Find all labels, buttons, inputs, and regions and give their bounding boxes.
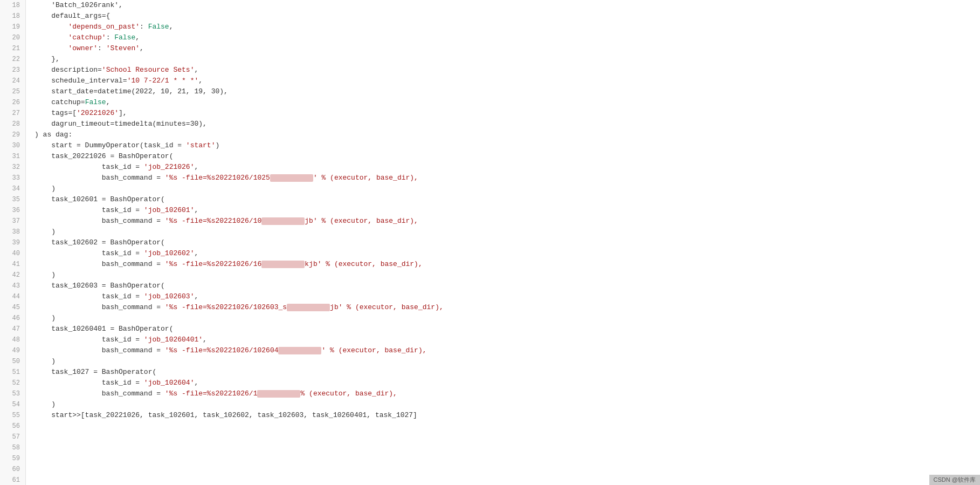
code-line: bash_command = '%s -file=%s20221026/1RED…: [34, 388, 980, 399]
redacted-text: REDACTED: [261, 261, 305, 268]
code-line: task_102601 = BashOperator(: [34, 194, 980, 205]
code-token: ): [34, 356, 56, 367]
code-token: ' % (executor, base_dir),: [313, 173, 418, 183]
code-token: task_id =: [34, 378, 144, 388]
code-token: ,: [194, 378, 198, 388]
code-line: catchup=False,: [34, 97, 980, 108]
line-number: 57: [5, 432, 20, 442]
code-token: jb' % (executor, base_dir),: [330, 302, 444, 313]
line-number: 25: [5, 86, 20, 97]
code-token: ,: [194, 248, 198, 259]
code-token: bash_command =: [34, 345, 165, 356]
code-line: description='School Resource Sets',: [34, 65, 980, 76]
code-token: % (executor, base_dir),: [300, 388, 397, 399]
code-token: schedule_interval=: [34, 76, 127, 86]
line-number: 29: [5, 129, 20, 140]
line-number: 30: [5, 140, 20, 151]
line-number: 18: [5, 11, 20, 22]
code-token: 'School Resource Sets': [102, 65, 195, 76]
code-token: bash_command =: [34, 388, 165, 399]
code-line: task_id = 'job_102602',: [34, 248, 980, 259]
code-token: task_id =: [34, 291, 144, 302]
line-number: 54: [5, 399, 20, 410]
line-number: 46: [5, 313, 20, 324]
code-line: task_id = 'job_102604',: [34, 378, 980, 388]
code-editor: 1818192021222324252627282930313233343536…: [0, 0, 980, 485]
code-line: ): [34, 270, 980, 281]
code-token: 'catchup': [68, 32, 106, 43]
line-number: 49: [5, 345, 20, 356]
code-token: ],: [119, 108, 127, 119]
code-token: 'job_102601': [144, 205, 195, 216]
code-token: [34, 22, 68, 32]
code-token: task_id =: [34, 334, 144, 345]
line-number: 44: [5, 291, 20, 302]
code-token: catchup=: [34, 97, 85, 108]
code-line: schedule_interval='10 7-22/1 * * *',: [34, 76, 980, 86]
redacted-text: REDACTED: [257, 390, 300, 398]
code-token: task_102603 = BashOperator(: [34, 281, 165, 291]
code-token: '20221026': [77, 108, 119, 119]
code-token: ,: [194, 291, 198, 302]
code-token: bash_command =: [34, 259, 165, 270]
code-line: bash_command = '%s -file=%s20221026/10RE…: [34, 216, 980, 227]
code-area: 1818192021222324252627282930313233343536…: [0, 0, 980, 485]
code-token: task_102601 = BashOperator(: [34, 194, 165, 205]
code-token: ,: [198, 76, 203, 86]
code-token: ): [34, 227, 56, 237]
code-token: kjb' % (executor, base_dir),: [305, 259, 422, 270]
code-line: ): [34, 399, 980, 410]
code-token: dagrun_timeout=timedelta(minutes=30),: [34, 119, 207, 129]
code-line: ): [34, 183, 980, 194]
code-token: False: [114, 32, 135, 43]
line-number: 36: [5, 205, 20, 216]
code-token: 'job_102602': [144, 248, 195, 259]
code-token: '10 7-22/1 * * *': [127, 76, 199, 86]
code-token: ,: [194, 205, 198, 216]
code-token: ,: [140, 43, 144, 54]
code-token: '%s -file=%s20221026/102603_s: [165, 302, 287, 313]
line-number: 37: [5, 216, 20, 227]
code-token: '%s -file=%s20221026/16: [165, 259, 261, 270]
code-token: 'depends_on_past': [68, 22, 140, 32]
code-token: task_20221026 = BashOperator(: [34, 151, 173, 162]
code-token: default_args={: [34, 11, 110, 22]
code-token: ,: [203, 334, 207, 345]
line-numbers: 1818192021222324252627282930313233343536…: [0, 0, 26, 485]
line-number: 39: [5, 237, 20, 248]
line-number: 50: [5, 356, 20, 367]
code-line: tags=['20221026'],: [34, 108, 980, 119]
code-token: False: [85, 97, 106, 108]
line-number: 53: [5, 388, 20, 399]
code-line: bash_command = '%s -file=%s20221026/16RE…: [34, 259, 980, 270]
code-content[interactable]: 'Batch_1026rank', default_args={ 'depend…: [26, 0, 980, 485]
code-token: task_102602 = BashOperator(: [34, 237, 165, 248]
code-line: 'Batch_1026rank',: [34, 0, 980, 11]
line-number: 43: [5, 281, 20, 291]
code-line: 'owner': 'Steven',: [34, 43, 980, 54]
code-line: },: [34, 54, 980, 65]
line-number: 31: [5, 151, 20, 162]
code-token: tags=[: [34, 108, 77, 119]
code-token: ,: [194, 162, 198, 173]
line-number: 26: [5, 97, 20, 108]
code-token: ,: [135, 32, 140, 43]
code-token: ): [34, 270, 56, 281]
code-token: },: [34, 54, 60, 65]
code-token: task_1027 = BashOperator(: [34, 367, 156, 378]
code-token: :: [98, 43, 106, 54]
code-token: 'Batch_1026rank',: [34, 0, 123, 11]
code-line: start_date=datetime(2022, 10, 21, 19, 30…: [34, 86, 980, 97]
code-token: False: [148, 22, 169, 32]
code-token: start = DummyOperator(task_id =: [34, 140, 186, 151]
code-line: task_10260401 = BashOperator(: [34, 324, 980, 334]
line-number: 34: [5, 183, 20, 194]
line-number: 28: [5, 119, 20, 129]
code-token: :: [106, 32, 115, 43]
code-line: bash_command = '%s -file=%s20221026/1026…: [34, 302, 980, 313]
line-number: 32: [5, 162, 20, 173]
code-line: ): [34, 356, 980, 367]
code-token: ,: [194, 65, 198, 76]
line-number: 52: [5, 378, 20, 388]
code-token: ,: [169, 22, 174, 32]
